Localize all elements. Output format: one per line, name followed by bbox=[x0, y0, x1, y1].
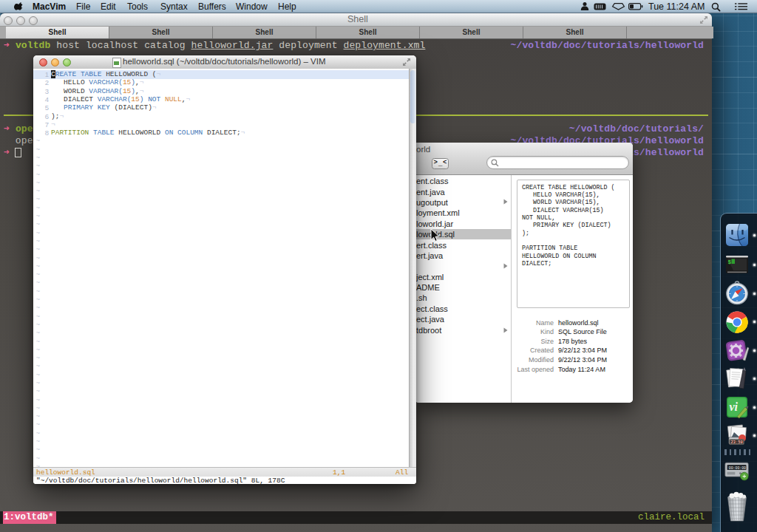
svg-text:00:00:00: 00:00:00 bbox=[729, 466, 746, 470]
svg-text:$: $ bbox=[728, 259, 732, 265]
svg-text:23:59: 23:59 bbox=[731, 440, 743, 445]
svg-text:vi: vi bbox=[730, 400, 739, 413]
